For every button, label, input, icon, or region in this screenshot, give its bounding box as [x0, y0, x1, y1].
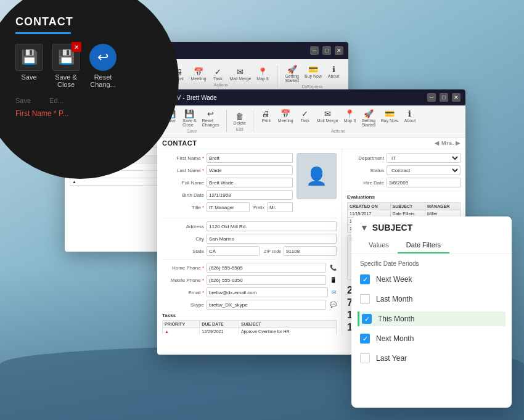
brett-evaluations-title: Evaluations: [347, 194, 461, 200]
brett-address-field: Address: [162, 221, 337, 231]
brett-about-btn[interactable]: ℹ About: [401, 108, 419, 128]
brett-actions-group-label: Actions: [331, 129, 345, 133]
brett-first-name-input[interactable]: [207, 153, 293, 163]
brett-title-label: Title *: [162, 205, 204, 210]
brett-eval-th-subject: SUBJECT: [390, 203, 425, 210]
dfl-tabs: Values Date Filters: [360, 237, 503, 253]
sandra-about-btn[interactable]: ℹ About: [325, 64, 342, 84]
brett-email-input[interactable]: [207, 287, 328, 297]
dfl-option-last-year: Last Year: [360, 351, 503, 366]
brett-print-btn[interactable]: 🖨 Print: [258, 108, 275, 128]
brett-sep1: [226, 110, 227, 132]
brett-home-phone-label: Home Phone *: [162, 265, 204, 271]
sandra-map-icon: 📍: [258, 67, 268, 76]
sandra-devexpress-group-label: DxExpress: [302, 84, 323, 89]
sandra-mail-merge-label: Mail Merge: [229, 76, 251, 81]
dfl-subject-row: ▼ SUBJECT: [360, 223, 503, 233]
circle-first-name-row: First Name * P...: [15, 109, 69, 118]
brett-first-name-label: First Name *: [162, 155, 204, 161]
brett-birth-date-input[interactable]: [207, 190, 293, 200]
brett-maximize-btn[interactable]: □: [440, 93, 448, 102]
brett-save-close-btn[interactable]: 💾 Save &Close: [180, 108, 199, 128]
brett-map-label: Map It: [344, 118, 356, 123]
sandra-actions-group: 🖨 Print 📅 Meeting ✓ Task ✉ Mail Merge 📍: [170, 66, 273, 87]
brett-edit-group: 🗑 Delete Edit: [230, 110, 250, 131]
brett-delete-label: Delete: [234, 121, 246, 125]
brett-map-btn[interactable]: 📍 Map It: [341, 108, 358, 128]
brett-map-icon: 📍: [345, 109, 354, 118]
brett-delete-btn[interactable]: 🗑 Delete: [231, 110, 248, 126]
brett-mobile-input[interactable]: [207, 275, 326, 285]
brett-email-icon: ✉: [332, 289, 337, 295]
circle-save-close-btn[interactable]: 💾 Save &Close: [52, 44, 80, 88]
brett-full-name-input[interactable]: [207, 178, 293, 187]
brett-minimize-btn[interactable]: ─: [427, 93, 436, 102]
sandra-map-btn[interactable]: 📍 Map It: [254, 66, 271, 82]
brett-zip-input[interactable]: [284, 246, 337, 256]
brett-home-phone-input[interactable]: [207, 263, 326, 273]
sandra-buy-now-btn[interactable]: 💳 Buy Now: [302, 64, 324, 84]
brett-getting-started-btn[interactable]: 🚀 GettingStarted: [359, 108, 378, 128]
brett-tasks-th-due: DUE DATE: [200, 321, 239, 328]
dfl-option-this-month: ✓ This Month: [358, 311, 506, 326]
dfl-option-next-month: ✓ Next Month: [360, 331, 503, 346]
sandra-about-label: About: [328, 74, 339, 78]
sandra-mail-merge-btn[interactable]: ✉ Mail Merge: [227, 66, 253, 82]
brett-state-input[interactable]: [207, 246, 260, 256]
brett-city-field: City: [162, 234, 337, 244]
dfl-tab-date-filters[interactable]: Date Filters: [398, 237, 449, 253]
brett-avatar: 👤: [297, 153, 337, 199]
dfl-next-month-label: Next Month: [376, 334, 414, 343]
dfl-last-month-checkbox[interactable]: [360, 294, 370, 304]
brett-last-name-label: Last Name *: [162, 168, 204, 173]
brett-meeting-btn[interactable]: 📅 Meeting: [276, 108, 296, 128]
brett-skype-input[interactable]: [207, 300, 326, 310]
brett-dept-select[interactable]: IT: [387, 153, 461, 163]
brett-hire-date-input[interactable]: [387, 178, 461, 187]
circle-section-labels: Save Ed...: [15, 97, 154, 104]
dfl-tab-values[interactable]: Values: [360, 237, 398, 253]
brett-status-label: Status: [347, 168, 384, 173]
sandra-maximize-btn[interactable]: □: [322, 46, 331, 55]
sandra-close-btn[interactable]: ✕: [335, 46, 343, 55]
brett-title-input[interactable]: [207, 202, 250, 212]
sandra-meeting-btn[interactable]: 📅 Meeting: [189, 66, 209, 82]
brett-status-select[interactable]: Contract: [387, 165, 461, 175]
brett-last-name-input[interactable]: [207, 165, 293, 175]
sandra-task-label: Task: [213, 76, 222, 81]
brett-task-icon: ✓: [301, 109, 308, 118]
brett-window-controls[interactable]: ─ □ ✕: [427, 93, 461, 102]
brett-task-btn[interactable]: ✓ Task: [297, 108, 314, 128]
brett-mobile-field: Mobile Phone * 📱: [162, 275, 337, 285]
brett-prefix-input[interactable]: [267, 202, 293, 212]
brett-close-btn[interactable]: ✕: [452, 93, 461, 102]
dfl-next-week-checkbox[interactable]: ✓: [360, 274, 370, 284]
brett-about-label: About: [404, 118, 416, 123]
brett-getting-started-icon: 🚀: [364, 109, 374, 118]
brett-buy-now-icon: 💳: [385, 109, 395, 118]
brett-birth-date-label: Birth Date: [162, 192, 204, 198]
sandra-minimize-btn[interactable]: ─: [310, 46, 319, 55]
brett-mail-merge-btn[interactable]: ✉ Mail Merge: [314, 108, 341, 128]
dfl-next-month-checkbox[interactable]: ✓: [360, 334, 370, 344]
dfl-this-month-checkbox[interactable]: ✓: [362, 314, 372, 324]
circle-reset-btn[interactable]: ↩ ResetChang...: [89, 44, 117, 88]
brett-tasks-th-priority: PRIORITY: [163, 321, 200, 328]
sandra-getting-started-icon: 🚀: [287, 65, 297, 74]
dfl-last-year-checkbox[interactable]: [360, 353, 370, 363]
dfl-last-year-label: Last Year: [376, 354, 407, 363]
sandra-task-btn[interactable]: ✓ Task: [209, 66, 226, 82]
brett-buy-now-btn[interactable]: 💳 Buy Now: [379, 108, 401, 128]
brett-city-input[interactable]: [207, 234, 337, 244]
brett-delete-icon: 🗑: [235, 112, 244, 121]
sandra-window-controls[interactable]: ─ □ ✕: [310, 46, 343, 55]
sandra-task-icon: ✓: [215, 67, 221, 76]
brett-city-label: City: [162, 236, 204, 242]
brett-address-input[interactable]: [207, 221, 337, 231]
sandra-getting-started-btn[interactable]: 🚀 GettingStarted: [282, 64, 301, 84]
brett-task1-subject: Approve Overtime for HR: [239, 328, 336, 335]
brett-reset-btn[interactable]: ↩ ResetChanges: [200, 108, 222, 128]
circle-save-btn[interactable]: 💾 Save: [15, 44, 43, 88]
dfl-specific-date-periods: Specific Date Periods: [360, 260, 503, 267]
brett-edit-group-label: Edit: [236, 127, 244, 131]
